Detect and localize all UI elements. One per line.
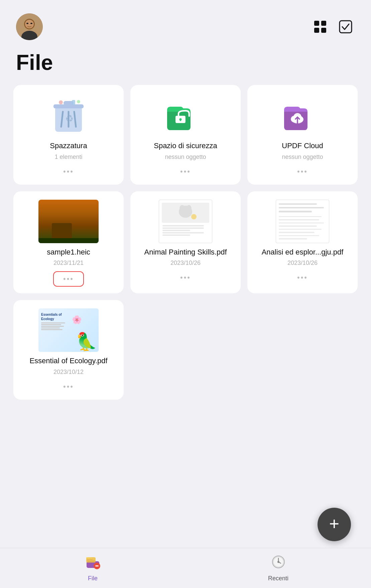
file-menu-ecology[interactable]: •••	[56, 380, 81, 393]
svg-rect-8	[314, 28, 319, 33]
folder-count-trash: 1 elementi	[54, 154, 82, 161]
nav-label-file: File	[88, 575, 98, 582]
svg-rect-6	[314, 21, 319, 26]
folder-thumb-secure	[155, 95, 216, 135]
file-date-animal: 2023/10/26	[170, 260, 201, 267]
folder-count-secure: nessun oggetto	[165, 154, 206, 161]
nav-item-recenti[interactable]: Recenti	[185, 555, 371, 582]
folder-name-trash: Spazzatura	[50, 141, 87, 151]
file-card-animal[interactable]: Animal Painting Skills.pdf 2023/10/26 ••…	[130, 191, 241, 294]
file-name-ecology: Essential of Ecology.pdf	[29, 356, 107, 366]
svg-rect-10	[340, 21, 352, 33]
folder-thumb-trash: ♻	[38, 95, 99, 135]
svg-rect-7	[321, 21, 326, 26]
svg-rect-9	[321, 28, 326, 33]
file-name-analisi: Analisi ed esplor...gju.pdf	[262, 248, 344, 257]
add-icon: +	[329, 515, 339, 532]
page-title: File	[0, 47, 371, 85]
add-button[interactable]: +	[318, 508, 351, 541]
file-date-ecology: 2023/10/12	[53, 369, 84, 376]
grid-view-button[interactable]	[311, 17, 330, 36]
file-menu-analisi[interactable]: •••	[290, 271, 315, 284]
svg-rect-24	[180, 119, 181, 121]
svg-point-31	[186, 205, 192, 212]
parrot-decoration: 🦜	[76, 331, 97, 352]
folder-menu-trash[interactable]: •••	[56, 165, 81, 178]
folder-card-secure[interactable]: Spazio di sicurezza nessun oggetto •••	[130, 85, 241, 185]
header-icons	[311, 17, 355, 36]
nav-item-file[interactable]: File	[0, 555, 185, 582]
avatar[interactable]	[16, 13, 43, 40]
file-name-animal: Animal Painting Skills.pdf	[144, 248, 227, 257]
folder-card-cloud[interactable]: UPDF Cloud nessun oggetto •••	[247, 85, 358, 185]
bottom-nav: File Recenti	[0, 548, 371, 588]
svg-point-30	[179, 205, 185, 212]
file-date-sample1: 2023/11/21	[53, 260, 84, 267]
file-date-analisi: 2023/10/26	[287, 260, 318, 267]
file-card-ecology[interactable]: Essentials of Ecology 🌸 🦜 Essential of E…	[13, 300, 124, 400]
svg-text:♻: ♻	[65, 113, 74, 124]
svg-point-33	[191, 214, 197, 219]
file-thumb-sample1	[38, 201, 99, 241]
recenti-nav-icon	[271, 555, 286, 572]
file-thumb-ecology: Essentials of Ecology 🌸 🦜	[38, 310, 99, 350]
file-grid: ♻ Spazzatura 1 elementi •••	[0, 85, 371, 413]
file-card-analisi[interactable]: Analisi ed esplor...gju.pdf 2023/10/26 •…	[247, 191, 358, 294]
svg-point-17	[59, 100, 63, 104]
nav-label-recenti: Recenti	[268, 575, 288, 582]
folder-card-trash[interactable]: ♻ Spazzatura 1 elementi •••	[13, 85, 124, 185]
folder-count-cloud: nessun oggetto	[282, 154, 323, 161]
file-card-sample1[interactable]: sample1.heic 2023/11/21 •••	[13, 191, 124, 294]
svg-point-19	[77, 100, 80, 103]
file-thumb-analisi	[272, 201, 333, 241]
svg-point-4	[26, 23, 28, 24]
header	[0, 0, 371, 47]
file-menu-sample1[interactable]: •••	[53, 271, 84, 287]
svg-rect-37	[95, 565, 99, 566]
folder-thumb-cloud	[272, 95, 333, 135]
flower-decoration: 🌸	[72, 315, 82, 324]
file-nav-icon	[86, 555, 100, 572]
file-name-sample1: sample1.heic	[47, 248, 90, 257]
file-thumb-animal	[155, 201, 216, 241]
folder-menu-secure[interactable]: •••	[173, 165, 198, 178]
folder-menu-cloud[interactable]: •••	[290, 165, 315, 178]
folder-name-cloud: UPDF Cloud	[282, 141, 323, 151]
ecology-book-title: Essentials of Ecology	[41, 312, 68, 321]
file-menu-animal[interactable]: •••	[173, 271, 198, 284]
svg-point-5	[30, 23, 32, 24]
select-mode-button[interactable]	[336, 17, 355, 36]
svg-rect-18	[72, 100, 75, 105]
folder-name-secure: Spazio di sicurezza	[154, 141, 217, 151]
